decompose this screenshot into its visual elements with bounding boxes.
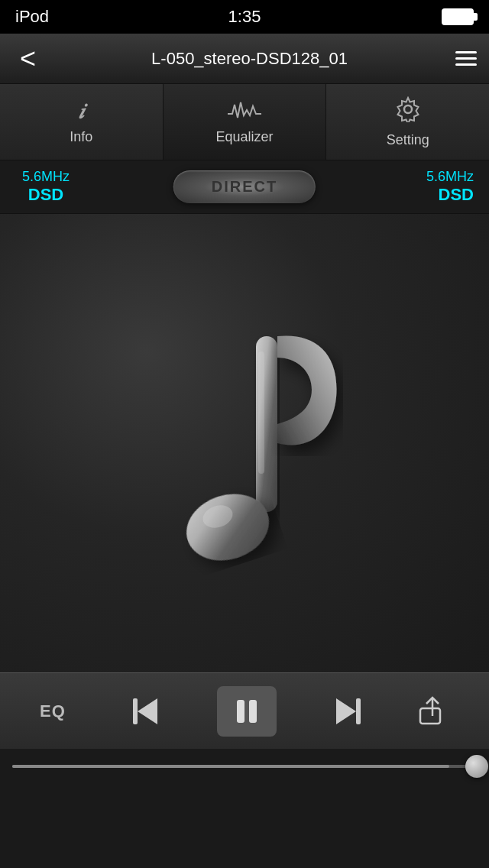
battery-icon xyxy=(442,8,474,25)
playlist-button[interactable] xyxy=(455,51,477,66)
status-time: 1:35 xyxy=(228,7,261,27)
pause-button[interactable] xyxy=(217,686,277,737)
right-freq: 5.6MHz xyxy=(426,169,474,185)
tab-setting-label: Setting xyxy=(387,132,429,148)
back-button[interactable]: < xyxy=(12,42,44,76)
tab-setting[interactable]: Setting xyxy=(326,84,489,160)
controls-bar: EQ xyxy=(0,672,489,749)
left-freq: 5.6MHz xyxy=(22,169,70,185)
status-bar: iPod 1:35 xyxy=(0,0,489,34)
list-line-2 xyxy=(455,57,477,60)
eq-button[interactable]: EQ xyxy=(40,701,78,721)
tab-bar: 𝑖 Info Equalizer Setting xyxy=(0,84,489,160)
tab-equalizer[interactable]: Equalizer xyxy=(164,84,327,160)
music-note-icon xyxy=(107,283,382,604)
svg-point-0 xyxy=(404,105,412,113)
album-art xyxy=(0,214,489,672)
svg-rect-11 xyxy=(420,708,440,724)
skip-next-button[interactable] xyxy=(325,691,367,732)
left-type: DSD xyxy=(28,185,63,205)
tab-info[interactable]: 𝑖 Info xyxy=(0,84,164,160)
svg-rect-9 xyxy=(356,698,361,724)
svg-rect-4 xyxy=(258,351,264,474)
info-icon: 𝑖 xyxy=(78,99,84,125)
gear-icon xyxy=(395,96,421,128)
eq-label: EQ xyxy=(40,701,78,721)
tab-info-label: Info xyxy=(70,129,92,145)
format-bar: 5.6MHz DSD DIRECT 5.6MHz DSD xyxy=(0,160,489,214)
svg-marker-10 xyxy=(336,698,356,724)
skip-previous-button[interactable] xyxy=(127,691,168,732)
format-left: 5.6MHz DSD xyxy=(15,169,76,205)
track-title: L-050_stereo-DSD128_01 xyxy=(44,49,455,69)
direct-button[interactable]: DIRECT xyxy=(173,170,316,203)
svg-marker-6 xyxy=(138,698,157,724)
status-device: iPod xyxy=(15,7,49,27)
tab-equalizer-label: Equalizer xyxy=(215,129,273,145)
list-line-1 xyxy=(455,51,477,53)
list-line-3 xyxy=(455,63,477,66)
progress-thumb[interactable] xyxy=(465,755,488,778)
format-right: 5.6MHz DSD xyxy=(413,169,474,205)
svg-rect-5 xyxy=(133,698,138,724)
share-button[interactable] xyxy=(416,695,449,728)
svg-rect-8 xyxy=(249,700,257,723)
progress-fill xyxy=(12,765,449,768)
right-type: DSD xyxy=(439,185,474,205)
nav-bar: < L-050_stereo-DSD128_01 xyxy=(0,34,489,84)
svg-rect-7 xyxy=(237,700,244,723)
progress-bar-container[interactable] xyxy=(0,749,489,784)
progress-track[interactable] xyxy=(12,765,477,768)
equalizer-icon xyxy=(228,99,261,125)
